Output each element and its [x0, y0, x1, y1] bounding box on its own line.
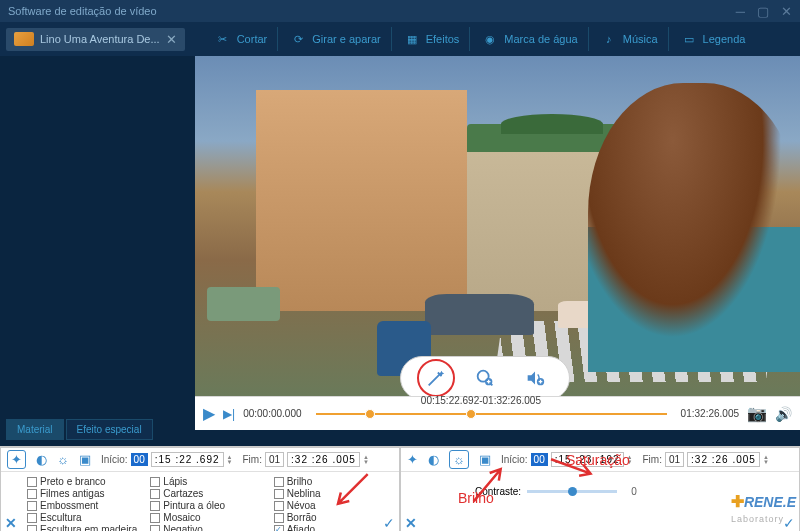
tab-material[interactable]: Material — [6, 419, 64, 440]
trim-handle-start[interactable] — [365, 409, 375, 419]
close-button[interactable]: ✕ — [781, 4, 792, 19]
tool-girar[interactable]: ⟳Girar e aparar — [282, 27, 386, 51]
brightness-tab-icon[interactable]: ☼ — [57, 452, 69, 467]
effect-checkbox[interactable]: Cartazes — [150, 488, 265, 499]
minimize-button[interactable]: ─ — [736, 4, 745, 19]
play-button[interactable]: ▶ — [203, 404, 215, 423]
inicio-time-input[interactable]: Início: 00 :15 :22 .692 ▲▼ — [101, 452, 233, 467]
tab-efeito-especial[interactable]: Efeito especial — [66, 419, 153, 440]
window-title: Software de editação de vídeo — [8, 5, 736, 17]
brightness-tab-icon[interactable]: ☼ — [449, 450, 469, 469]
watermark: ✚RENE.E Laboratory — [731, 492, 796, 525]
video-frame[interactable] — [195, 56, 800, 396]
maximize-button[interactable]: ▢ — [757, 4, 769, 19]
snapshot-icon[interactable]: 📷 — [747, 404, 767, 423]
effect-checkbox[interactable]: Lápis — [150, 476, 265, 487]
source-file-tab[interactable]: Lino Uma Aventura De... ✕ — [6, 28, 185, 51]
watermark-icon: ◉ — [480, 29, 500, 49]
fim-spinner[interactable]: ▲▼ — [363, 455, 369, 465]
trim-handle-playhead[interactable] — [466, 409, 476, 419]
main-toolbar: Lino Uma Aventura De... ✕ ✂Cortar ⟳Girar… — [0, 22, 800, 56]
scissors-icon: ✂ — [213, 29, 233, 49]
effect-balloon — [400, 356, 570, 396]
audio-add-icon[interactable] — [519, 362, 551, 394]
tool-cortar[interactable]: ✂Cortar — [207, 27, 274, 51]
tool-musica[interactable]: ♪Música — [593, 27, 664, 51]
effect-checkbox[interactable]: Névoa — [274, 500, 389, 511]
contrast-tab-icon[interactable]: ◐ — [36, 452, 47, 467]
effect-checkbox[interactable]: Brilho — [274, 476, 389, 487]
magic-wand-icon[interactable] — [420, 362, 452, 394]
effect-checkbox[interactable]: Neblina — [274, 488, 389, 499]
timeline: ▶ ▶| 00:00:00.000 00:15:22.692-01:32:26.… — [195, 396, 800, 430]
contraste-value: 0 — [631, 486, 637, 497]
volume-icon[interactable]: 🔊 — [775, 406, 792, 422]
panel-ok-button[interactable]: ✓ — [383, 515, 395, 531]
film-icon: ▦ — [402, 29, 422, 49]
fim-spinner-r[interactable]: ▲▼ — [763, 455, 769, 465]
effect-checkbox[interactable]: Filmes antigas — [27, 488, 142, 499]
effects-list-panel: ✦ ◐ ☼ ▣ Início: 00 :15 :22 .692 ▲▼ Fim: … — [0, 447, 400, 531]
file-tab-close-icon[interactable]: ✕ — [166, 32, 177, 47]
fim-time-input[interactable]: Fim: 01 :32 :26 .005 ▲▼ — [243, 452, 369, 467]
zoom-in-icon[interactable] — [469, 362, 501, 394]
contraste-slider[interactable] — [527, 490, 617, 493]
titlebar: Software de editação de vídeo ─ ▢ ✕ — [0, 0, 800, 22]
tool-legenda[interactable]: ▭Legenda — [673, 27, 752, 51]
panel-cancel-button[interactable]: ✕ — [405, 515, 417, 531]
preview-area: ▶ ▶| 00:00:00.000 00:15:22.692-01:32:26.… — [195, 56, 800, 446]
panel-cancel-button[interactable]: ✕ — [5, 515, 17, 531]
crop-tab-icon[interactable]: ▣ — [79, 452, 91, 467]
contrast-tab-icon[interactable]: ◐ — [428, 452, 439, 467]
wand-tab-icon[interactable]: ✦ — [7, 450, 26, 469]
effect-checkbox[interactable]: Embossment — [27, 500, 142, 511]
timeline-track[interactable]: 00:15:22.692-01:32:26.005 — [316, 409, 667, 419]
file-thumb-icon — [14, 32, 34, 46]
annotation-label-saturacao: Saturação — [566, 452, 630, 468]
tool-efeitos[interactable]: ▦Efeitos — [396, 27, 466, 51]
file-tab-label: Lino Uma Aventura De... — [40, 33, 160, 45]
music-icon: ♪ — [599, 29, 619, 49]
next-frame-button[interactable]: ▶| — [223, 407, 235, 421]
timecode-end: 01:32:26.005 — [681, 408, 739, 419]
annotation-label-brilho: Brilho — [458, 490, 494, 506]
rotate-icon: ⟳ — [288, 29, 308, 49]
effect-checkbox[interactable]: Pintura a óleo — [150, 500, 265, 511]
tool-marca[interactable]: ◉Marca de água — [474, 27, 583, 51]
crop-tab-icon[interactable]: ▣ — [479, 452, 491, 467]
inicio-spinner[interactable]: ▲▼ — [227, 455, 233, 465]
material-panel: Material Efeito especial — [0, 56, 195, 446]
timecode-range: 00:15:22.692-01:32:26.005 — [421, 395, 541, 406]
wand-tab-icon[interactable]: ✦ — [407, 452, 418, 467]
subtitle-icon: ▭ — [679, 29, 699, 49]
effect-checkbox[interactable]: Preto e branco — [27, 476, 142, 487]
fim-time-input-r[interactable]: Fim: 01 :32 :26 .005 ▲▼ — [643, 452, 769, 467]
timecode-start: 00:00:00.000 — [243, 408, 301, 419]
